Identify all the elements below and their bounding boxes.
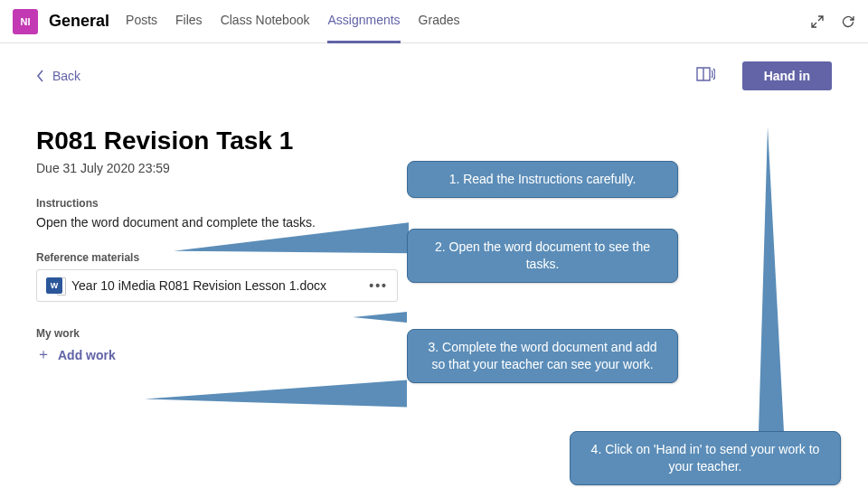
back-label: Back — [52, 69, 80, 83]
callout-3: 3. Complete the word document and add so… — [407, 329, 678, 383]
word-icon: W — [46, 277, 62, 294]
add-work-label: Add work — [58, 348, 116, 362]
immersive-reader-icon[interactable] — [695, 65, 715, 87]
hand-in-button[interactable]: Hand in — [742, 61, 832, 90]
tab-posts[interactable]: Posts — [126, 0, 157, 43]
tab-files[interactable]: Files — [175, 0, 203, 43]
instructions-label: Instructions — [36, 197, 832, 210]
tab-assignments[interactable]: Assignments — [327, 0, 400, 43]
chevron-left-icon — [36, 69, 45, 83]
instructions-text: Open the word document and complete the … — [36, 215, 832, 230]
callout-2: 2. Open the word document to see the tas… — [407, 229, 678, 283]
file-more-button[interactable]: ••• — [369, 278, 388, 293]
reference-file-card[interactable]: W Year 10 iMedia R081 Revision Lesson 1.… — [36, 269, 398, 302]
top-bar: NI General Posts Files Class Notebook As… — [0, 0, 868, 43]
top-right-controls — [810, 14, 855, 29]
refresh-icon[interactable] — [841, 14, 855, 29]
reference-file-name: Year 10 iMedia R081 Revision Lesson 1.do… — [71, 278, 326, 293]
actions-row: Back Hand in — [36, 61, 832, 90]
callout-3-tail — [145, 380, 407, 420]
callout-4-tail — [759, 127, 784, 432]
tab-class-notebook[interactable]: Class Notebook — [221, 0, 310, 43]
callout-2-tail — [353, 312, 407, 323]
callout-4: 4. Click on 'Hand in' to send your work … — [570, 431, 841, 485]
back-button[interactable]: Back — [36, 69, 80, 83]
channel-name: General — [49, 12, 109, 31]
tab-grades[interactable]: Grades — [419, 0, 460, 43]
callout-1: 1. Read the Instructions carefully. — [407, 161, 678, 198]
team-badge: NI — [13, 9, 38, 34]
expand-icon[interactable] — [810, 14, 825, 29]
plus-icon: ＋ — [36, 345, 51, 364]
tabs: Posts Files Class Notebook Assignments G… — [126, 0, 459, 43]
assignment-title: R081 Revision Task 1 — [36, 127, 832, 155]
